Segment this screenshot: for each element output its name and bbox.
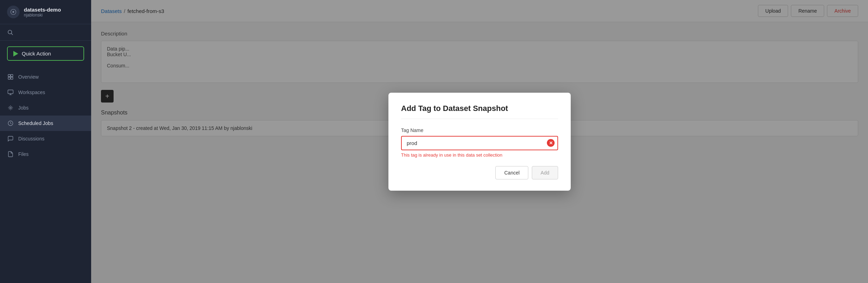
app-name: datasets-demo — [24, 7, 61, 13]
tag-name-label: Tag Name — [401, 127, 558, 133]
search-icon[interactable] — [7, 29, 84, 35]
files-icon — [7, 151, 14, 158]
modal-actions: Cancel Add — [401, 166, 558, 179]
sidebar: datasets-demo njablonski Quick Action — [0, 0, 91, 283]
sidebar-search[interactable] — [0, 24, 91, 41]
discussions-icon — [7, 135, 14, 142]
sidebar-item-overview[interactable]: Overview — [0, 69, 91, 85]
clear-input-button[interactable]: ✕ — [547, 139, 555, 147]
sidebar-item-jobs[interactable]: Jobs — [0, 100, 91, 116]
sidebar-header: datasets-demo njablonski — [0, 0, 91, 24]
svg-point-1 — [8, 30, 12, 34]
svg-rect-7 — [8, 90, 13, 94]
add-tag-modal: Add Tag to Dataset Snapshot Tag Name ✕ T… — [388, 93, 571, 191]
sidebar-logo-text: datasets-demo njablonski — [24, 7, 61, 18]
svg-rect-5 — [8, 77, 10, 79]
logo-svg — [10, 9, 16, 15]
discussions-label: Discussions — [18, 136, 45, 142]
jobs-icon — [7, 104, 14, 111]
jobs-label: Jobs — [18, 105, 29, 111]
quick-action-button[interactable]: Quick Action — [7, 46, 84, 61]
error-message: This tag is already in use in this data … — [401, 152, 558, 158]
scheduled-jobs-icon — [7, 120, 14, 127]
username: njablonski — [24, 13, 61, 18]
svg-rect-3 — [8, 74, 10, 77]
svg-line-2 — [11, 33, 13, 35]
scheduled-jobs-label: Scheduled Jobs — [18, 120, 53, 126]
svg-rect-6 — [11, 77, 13, 79]
add-button[interactable]: Add — [532, 166, 558, 179]
play-icon — [13, 51, 18, 57]
overview-icon — [7, 73, 14, 80]
overview-label: Overview — [18, 74, 39, 80]
main-content: Datasets / fetched-from-s3 Upload Rename… — [91, 0, 868, 283]
sidebar-item-discussions[interactable]: Discussions — [0, 131, 91, 146]
cancel-button[interactable]: Cancel — [495, 166, 528, 179]
app-logo-icon — [7, 6, 20, 18]
sidebar-nav: Overview Workspaces Jobs — [0, 66, 91, 283]
files-label: Files — [18, 151, 29, 157]
tag-name-form-group: Tag Name ✕ This tag is already in use in… — [401, 127, 558, 158]
workspaces-icon — [7, 89, 14, 96]
svg-rect-4 — [11, 74, 13, 77]
tag-name-input[interactable] — [401, 136, 558, 150]
sidebar-item-files[interactable]: Files — [0, 146, 91, 162]
workspaces-label: Workspaces — [18, 90, 45, 95]
sidebar-logo: datasets-demo njablonski — [7, 6, 84, 18]
tag-input-wrapper: ✕ — [401, 136, 558, 150]
sidebar-item-workspaces[interactable]: Workspaces — [0, 85, 91, 100]
modal-overlay: Add Tag to Dataset Snapshot Tag Name ✕ T… — [91, 0, 868, 283]
svg-point-10 — [10, 107, 12, 109]
quick-action-label: Quick Action — [22, 51, 51, 57]
modal-title: Add Tag to Dataset Snapshot — [401, 104, 558, 119]
sidebar-item-scheduled-jobs[interactable]: Scheduled Jobs — [0, 116, 91, 131]
